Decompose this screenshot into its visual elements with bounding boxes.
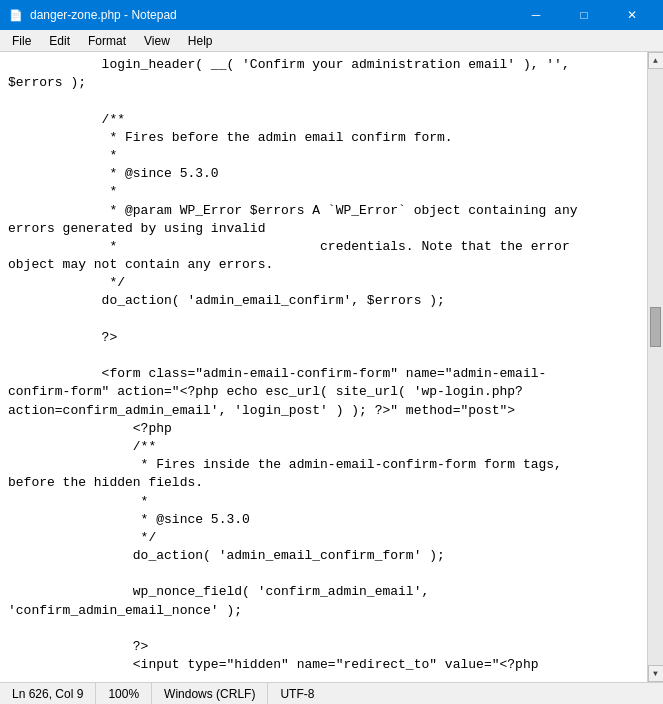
title-bar-left: 📄 danger-zone.php - Notepad bbox=[8, 7, 177, 23]
menu-file[interactable]: File bbox=[4, 30, 39, 51]
menu-view[interactable]: View bbox=[136, 30, 178, 51]
code-editor[interactable]: login_header( __( 'Confirm your administ… bbox=[0, 52, 647, 682]
zoom-level: 100% bbox=[96, 683, 152, 704]
scrollbar-down-arrow[interactable]: ▼ bbox=[648, 665, 664, 682]
menu-help[interactable]: Help bbox=[180, 30, 221, 51]
menu-format[interactable]: Format bbox=[80, 30, 134, 51]
status-bar: Ln 626, Col 9 100% Windows (CRLF) UTF-8 bbox=[0, 682, 663, 704]
menu-edit[interactable]: Edit bbox=[41, 30, 78, 51]
close-button[interactable]: ✕ bbox=[609, 0, 655, 30]
scrollbar-up-arrow[interactable]: ▲ bbox=[648, 52, 664, 69]
scrollbar-thumb[interactable] bbox=[650, 307, 661, 347]
cursor-position: Ln 626, Col 9 bbox=[0, 683, 96, 704]
line-ending: Windows (CRLF) bbox=[152, 683, 268, 704]
window-controls: ─ □ ✕ bbox=[513, 0, 655, 30]
maximize-button[interactable]: □ bbox=[561, 0, 607, 30]
title-bar: 📄 danger-zone.php - Notepad ─ □ ✕ bbox=[0, 0, 663, 30]
code-container: login_header( __( 'Confirm your administ… bbox=[0, 52, 663, 682]
scrollbar-track[interactable] bbox=[648, 69, 663, 665]
menu-bar: File Edit Format View Help bbox=[0, 30, 663, 52]
app-icon: 📄 bbox=[8, 7, 24, 23]
window-title: danger-zone.php - Notepad bbox=[30, 8, 177, 22]
scrollbar[interactable]: ▲ ▼ bbox=[647, 52, 663, 682]
minimize-button[interactable]: ─ bbox=[513, 0, 559, 30]
encoding: UTF-8 bbox=[268, 683, 326, 704]
